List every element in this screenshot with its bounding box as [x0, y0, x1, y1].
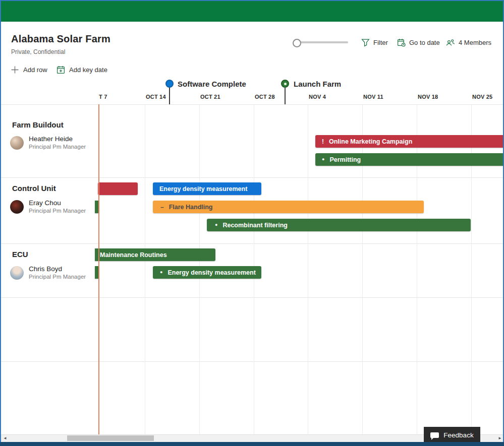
person-row-heather-heide[interactable]: Heather Heide Principal Pm Manager [10, 135, 86, 150]
week-gridline [308, 104, 308, 434]
task-bar-energy-density-measurement-ecu[interactable]: ● Energy density measurement [153, 266, 261, 279]
person-name: Heather Heide [29, 135, 86, 143]
person-role: Principal Pm Manager [29, 273, 86, 280]
go-to-date-label: Go to date [409, 39, 440, 46]
week-gridline [145, 104, 145, 434]
dash-icon: – [160, 204, 164, 210]
row-separator [0, 243, 504, 244]
add-row-button[interactable]: Add row [11, 65, 47, 74]
milestone-line-launch-farm [285, 88, 286, 104]
date-tick: NOV 25 [472, 94, 492, 100]
task-label: Online Marketing Campaign [329, 138, 412, 145]
date-tick: NOV 4 [309, 94, 326, 100]
calendar-plus-icon [57, 66, 65, 74]
date-tick: OCT 28 [255, 94, 275, 100]
date-tick: T 7 [99, 94, 107, 100]
project-timeline-window: Office 365 Project ? HC Alabama Solar Fa… [0, 0, 504, 446]
plus-icon [11, 66, 19, 74]
section-title-control-unit: Control Unit [12, 184, 56, 193]
go-to-date-button[interactable]: Go to date [397, 37, 440, 47]
members-label: 4 Members [459, 39, 491, 46]
task-label: Permitting [329, 156, 361, 163]
person-row-chris-boyd[interactable]: Chris Boyd Principal Pm Manager [10, 265, 86, 280]
feedback-label: Feedback [443, 431, 473, 439]
window-border [0, 0, 504, 1]
row-separator [0, 177, 504, 178]
milestone-line-software-complete [169, 88, 170, 104]
person-role: Principal Pm Manager [29, 207, 86, 214]
window-border [0, 442, 504, 446]
suite-top-bar [0, 0, 504, 22]
avatar-chris-boyd [10, 266, 24, 280]
warning-icon: ! [322, 139, 324, 145]
task-bar-unlabeled-red[interactable] [98, 182, 138, 195]
task-bar-energy-density-measurement[interactable]: Energy density measurement [153, 182, 261, 195]
person-name: Chris Boyd [29, 265, 86, 273]
section-title-farm-buildout: Farm Buildout [12, 120, 64, 129]
person-role: Principal Pm Manager [29, 143, 86, 150]
milestone-marker-launch-farm[interactable] [281, 80, 289, 88]
task-label: Recombinant filtering [222, 222, 287, 229]
people-icon [446, 38, 455, 47]
avatar-heather-heide [10, 136, 24, 150]
add-key-date-label: Add key date [69, 66, 107, 74]
date-tick: NOV 18 [418, 94, 438, 100]
task-label: Maintenance Routines [100, 251, 167, 259]
members-button[interactable]: 4 Members [446, 37, 491, 47]
scroll-right-arrow[interactable]: ► [498, 436, 502, 440]
task-bar-maintenance-routines[interactable]: Maintenance Routines [95, 248, 215, 261]
scroll-left-arrow[interactable]: ◄ [3, 436, 7, 440]
zoom-slider-knob[interactable] [293, 39, 301, 47]
avatar-eray-chou [10, 200, 24, 214]
page-subtitle: Private, Confidential [11, 48, 65, 55]
task-label: Energy density measurement [159, 185, 247, 193]
task-bar-flare-handling[interactable]: – Flare Handling [153, 201, 424, 213]
milestone-label-launch-farm[interactable]: Launch Farm [294, 80, 341, 88]
filter-button[interactable]: Filter [361, 37, 388, 47]
task-label: Energy density measurement [167, 269, 255, 276]
status-dot-icon: ● [215, 223, 217, 227]
task-bar-permitting[interactable]: ● Permitting [315, 153, 504, 166]
date-tick: OCT 21 [200, 94, 220, 100]
section-title-ecu: ECU [12, 250, 28, 259]
row-separator [0, 104, 504, 105]
feedback-button[interactable]: Feedback [424, 427, 480, 443]
add-key-date-button[interactable]: Add key date [57, 65, 107, 74]
task-label: Flare Handling [169, 204, 213, 211]
row-separator [0, 361, 504, 362]
status-dot-icon: ● [160, 270, 162, 275]
milestone-marker-software-complete[interactable] [165, 80, 174, 88]
page-title: Alabama Solar Farm [11, 33, 110, 45]
row-separator [0, 297, 504, 298]
horizontal-scrollbar-thumb[interactable] [67, 435, 154, 441]
person-row-eray-chou[interactable]: Eray Chou Principal Pm Manager [10, 199, 86, 214]
person-name: Eray Chou [29, 199, 86, 207]
task-bar-recombinant-filtering[interactable]: ● Recombinant filtering [207, 219, 471, 231]
status-dot-icon: ● [322, 157, 324, 162]
filter-label: Filter [373, 39, 388, 46]
zoom-slider-track[interactable] [297, 41, 348, 43]
task-bar-online-marketing-campaign[interactable]: ! Online Marketing Campaign [315, 135, 504, 148]
date-tick: NOV 11 [363, 94, 383, 100]
window-border [0, 0, 1, 446]
funnel-icon [361, 38, 370, 47]
today-marker-line [98, 104, 99, 434]
add-row-label: Add row [23, 66, 47, 74]
calendar-clock-icon [397, 38, 406, 47]
date-tick: OCT 14 [146, 94, 166, 100]
speech-bubble-icon [430, 432, 439, 438]
milestone-label-software-complete[interactable]: Software Complete [178, 80, 246, 88]
